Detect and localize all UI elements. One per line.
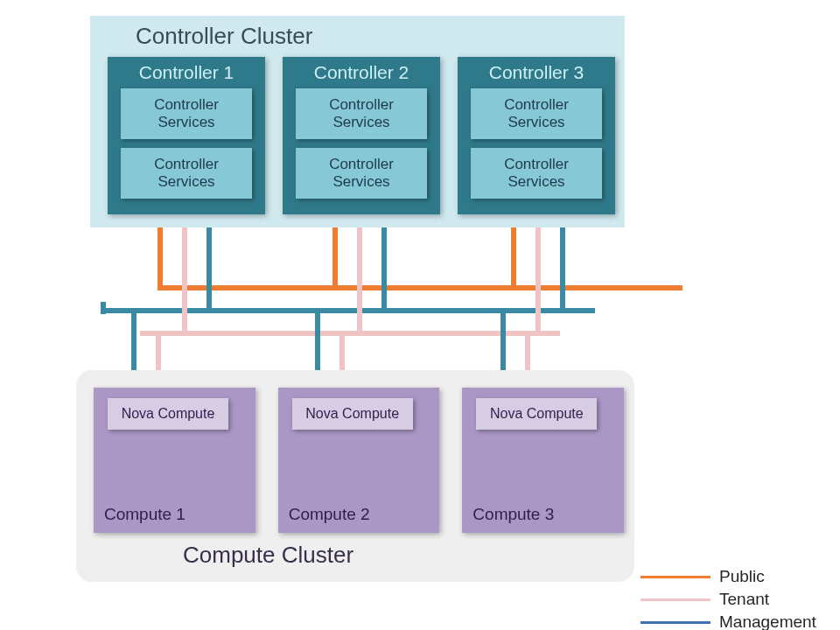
controller-2-services-a: Controller Services <box>296 88 427 139</box>
compute-1-nova: Nova Compute <box>108 398 228 430</box>
controller-3-title: Controller 3 <box>489 62 584 83</box>
controller-3: Controller 3 Controller Services Control… <box>458 57 615 214</box>
controller-1-title: Controller 1 <box>139 62 234 83</box>
legend-public-label: Public <box>719 567 765 586</box>
legend: Public Tenant Management <box>640 567 833 630</box>
public-bus <box>158 285 682 290</box>
legend-tenant-line <box>640 598 710 601</box>
controller-1-services-b: Controller Services <box>121 148 252 199</box>
c1-tenant-drop <box>182 228 187 331</box>
controller-1: Controller 1 Controller Services Control… <box>108 57 265 214</box>
compute-2-nova: Nova Compute <box>292 398 413 430</box>
svc-label: Services <box>332 114 389 131</box>
c3-mgmt-drop <box>560 228 565 308</box>
compute-2: Nova Compute Compute 2 <box>278 388 440 533</box>
c2-mgmt-drop <box>382 228 387 308</box>
svc-label: Controller <box>154 156 219 173</box>
svc-label: Controller <box>504 156 569 173</box>
svc-label: Controller <box>504 96 569 114</box>
svc-label: Services <box>508 114 564 131</box>
c2-public-drop <box>332 228 338 285</box>
controller-2: Controller 2 Controller Services Control… <box>283 57 440 214</box>
mgmt-bus <box>101 308 595 313</box>
controller-2-services-b: Controller Services <box>296 148 427 199</box>
compute-1: Nova Compute Compute 1 <box>94 388 256 533</box>
legend-tenant-label: Tenant <box>719 590 769 609</box>
compute-cluster: Nova Compute Compute 1 Nova Compute Comp… <box>76 370 634 582</box>
compute-3-nova: Nova Compute <box>476 398 597 430</box>
controller-cluster: Controller Cluster Controller 1 Controll… <box>90 16 625 228</box>
c2-tenant-drop <box>357 228 362 331</box>
c3-tenant-drop <box>536 228 541 331</box>
controller-3-services-b: Controller Services <box>471 148 602 199</box>
controller-1-services-a: Controller Services <box>121 88 252 139</box>
compute-2-label: Compute 2 <box>289 505 370 524</box>
compute-cluster-title: Compute Cluster <box>183 542 624 569</box>
mgmt-left-stub <box>101 302 106 314</box>
controller-cluster-title: Controller Cluster <box>136 23 616 50</box>
compute-3: Nova Compute Compute 3 <box>462 388 624 533</box>
controller-3-services-a: Controller Services <box>471 88 602 139</box>
compute-3-label: Compute 3 <box>472 505 554 524</box>
svc-label: Services <box>508 173 564 191</box>
compute-1-label: Compute 1 <box>104 505 186 524</box>
legend-public: Public <box>640 567 833 586</box>
tenant-bus <box>140 331 560 336</box>
c3-public-drop <box>511 228 516 285</box>
legend-public-line <box>640 576 710 578</box>
legend-tenant: Tenant <box>640 590 833 609</box>
controller-2-title: Controller 2 <box>314 62 410 83</box>
legend-management: Management <box>640 612 833 630</box>
svc-label: Services <box>158 114 214 131</box>
svc-label: Controller <box>329 96 394 114</box>
svc-label: Controller <box>154 96 219 114</box>
svc-label: Controller <box>329 156 394 173</box>
svc-label: Services <box>158 173 214 191</box>
legend-management-label: Management <box>719 612 816 630</box>
legend-management-line <box>640 621 710 624</box>
c1-mgmt-drop <box>206 228 212 308</box>
c1-public-drop <box>158 228 163 285</box>
svc-label: Services <box>332 173 389 191</box>
